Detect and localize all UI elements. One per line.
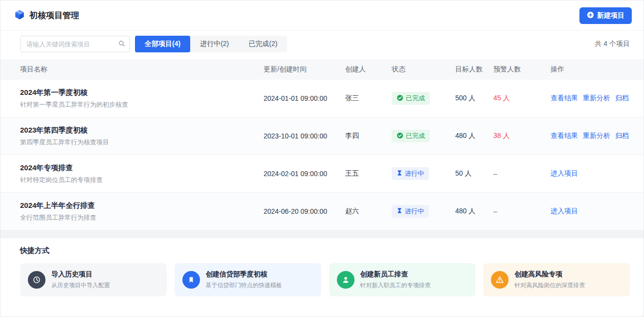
project-description: 针对特定岗位员工的专项排查 xyxy=(20,176,264,184)
quick-card-high-risk-special[interactable]: 创建高风险专项 针对高风险岗位的深度排查 xyxy=(483,263,630,296)
quick-card-new-employee-check[interactable]: 创建新员工排查 针对新入职员工的专项排查 xyxy=(329,263,476,296)
status-badge: 已完成 xyxy=(392,92,430,105)
target-count: 500 人 xyxy=(455,94,493,103)
tab-all-projects[interactable]: 全部项目(4) xyxy=(135,36,190,52)
table-row: 2024年上半年全行排查 全行范围员工异常行为排查 2024-06-20 09:… xyxy=(0,193,644,230)
row-actions: 进入项目 xyxy=(551,169,632,178)
history-clock-icon xyxy=(28,271,45,289)
table-body: 2024年第一季度初核 针对第一季度员工异常行为的初步核查 2024-01-01… xyxy=(0,80,644,230)
check-circle-icon xyxy=(397,94,403,103)
quick-card-title: 创建高风险专项 xyxy=(514,270,585,279)
table-row: 2024年专项排查 针对特定岗位员工的专项排查 2024-02-01 09:00… xyxy=(0,155,644,193)
project-time: 2024-01-01 09:00:00 xyxy=(264,94,345,102)
warning-count: – xyxy=(493,170,551,178)
row-actions: 查看结果 重新分析 归档 xyxy=(551,132,632,140)
table-header-row: 项目名称 更新/创建时间 创建人 状态 目标人数 预警人数 操作 xyxy=(0,59,644,80)
preliminary-project-management-page: 初核项目管理 新建项目 全部项目(4) 进行中(2) xyxy=(0,0,644,317)
new-project-button-label: 新建项目 xyxy=(597,11,624,20)
project-name: 2023年第四季度初核 xyxy=(20,126,264,135)
check-circle-icon xyxy=(397,132,403,140)
enter-project-link[interactable]: 进入项目 xyxy=(551,169,578,178)
project-creator: 李四 xyxy=(345,132,392,140)
col-target: 目标人数 xyxy=(455,65,493,74)
warning-triangle-icon xyxy=(491,271,509,289)
row-actions: 进入项目 xyxy=(551,207,632,216)
quick-card-title: 导入历史项目 xyxy=(51,270,110,279)
quick-card-import-history[interactable]: 导入历史项目 从历史项目中导入配置 xyxy=(20,263,167,296)
status-label: 已完成 xyxy=(406,132,425,140)
section-divider xyxy=(0,230,644,238)
hourglass-icon xyxy=(397,207,402,215)
quick-card-text: 创建高风险专项 针对高风险岗位的深度排查 xyxy=(514,270,585,290)
app-cube-icon xyxy=(14,9,25,22)
project-description: 第四季度员工异常行为核查项目 xyxy=(20,138,264,147)
quick-card-subtitle: 从历史项目中导入配置 xyxy=(51,281,110,290)
project-description: 针对第一季度员工异常行为的初步核查 xyxy=(20,100,264,109)
quick-card-text: 创建信贷部季度初核 基于信贷部门特点的快速模板 xyxy=(206,270,282,290)
status-label: 进行中 xyxy=(405,169,424,178)
title-wrap: 初核项目管理 xyxy=(14,9,79,22)
enter-project-link[interactable]: 进入项目 xyxy=(551,207,578,216)
new-project-button[interactable]: 新建项目 xyxy=(579,7,632,24)
quick-card-subtitle: 针对高风险岗位的深度排查 xyxy=(514,281,585,290)
archive-link[interactable]: 归档 xyxy=(615,94,629,103)
status-label: 已完成 xyxy=(406,94,425,103)
target-count: 50 人 xyxy=(455,169,493,178)
shortcuts-section: 快捷方式 导入历史项目 从历史项目中导入配置 xyxy=(0,238,644,306)
user-icon xyxy=(337,271,355,289)
project-name: 2024年上半年全行排查 xyxy=(20,201,264,210)
reanalyze-link[interactable]: 重新分析 xyxy=(583,94,610,103)
tab-in-progress[interactable]: 进行中(2) xyxy=(190,36,239,52)
col-creator: 创建人 xyxy=(345,65,392,74)
row-actions: 查看结果 重新分析 归档 xyxy=(551,94,632,103)
toolbar: 全部项目(4) 进行中(2) 已完成(2) 共 4 个项目 xyxy=(0,31,644,59)
project-name: 2024年专项排查 xyxy=(20,163,264,173)
quick-card-subtitle: 基于信贷部门特点的快速模板 xyxy=(206,281,282,290)
hourglass-icon xyxy=(397,170,402,178)
table-row: 2024年第一季度初核 针对第一季度员工异常行为的初步核查 2024-01-01… xyxy=(0,80,644,117)
project-creator: 赵六 xyxy=(345,207,392,216)
quick-card-title: 创建新员工排查 xyxy=(360,270,431,279)
bookmark-icon xyxy=(182,271,200,289)
quick-card-credit-dept-review[interactable]: 创建信贷部季度初核 基于信贷部门特点的快速模板 xyxy=(175,263,321,296)
warning-count: – xyxy=(493,207,551,215)
project-description: 全行范围员工异常行为排查 xyxy=(20,213,264,222)
tab-completed[interactable]: 已完成(2) xyxy=(239,36,287,52)
project-name: 2024年第一季度初核 xyxy=(20,88,264,97)
warning-count: 45 人 xyxy=(493,94,551,103)
project-time: 2024-02-01 09:00:00 xyxy=(264,170,345,178)
col-time: 更新/创建时间 xyxy=(264,65,345,74)
plus-circle-icon xyxy=(587,11,594,20)
project-creator: 张三 xyxy=(345,94,392,103)
page-title: 初核项目管理 xyxy=(29,10,79,21)
search-box xyxy=(20,36,130,52)
project-creator: 王五 xyxy=(345,169,392,178)
quick-card-subtitle: 针对新入职员工的专项排查 xyxy=(360,281,431,290)
page-header: 初核项目管理 新建项目 xyxy=(0,0,644,31)
view-results-link[interactable]: 查看结果 xyxy=(551,94,578,103)
table-row: 2023年第四季度初核 第四季度员工异常行为核查项目 2023-10-01 09… xyxy=(0,117,644,155)
filter-tabs: 全部项目(4) 进行中(2) 已完成(2) xyxy=(135,36,287,52)
project-time: 2024-06-20 09:00:00 xyxy=(264,207,345,215)
project-count: 共 4 个项目 xyxy=(595,40,630,48)
col-warning: 预警人数 xyxy=(493,65,551,74)
search-icon[interactable] xyxy=(118,40,126,49)
status-badge: 进行中 xyxy=(392,167,429,180)
search-input[interactable] xyxy=(20,36,130,52)
view-results-link[interactable]: 查看结果 xyxy=(551,132,578,140)
shortcuts-title: 快捷方式 xyxy=(20,246,630,255)
quick-card-text: 创建新员工排查 针对新入职员工的专项排查 xyxy=(360,270,431,290)
projects-table: 项目名称 更新/创建时间 创建人 状态 目标人数 预警人数 操作 2024年第一… xyxy=(0,59,644,230)
warning-count: 38 人 xyxy=(493,132,551,140)
col-status: 状态 xyxy=(392,65,455,74)
status-badge: 进行中 xyxy=(392,205,429,218)
archive-link[interactable]: 归档 xyxy=(615,132,629,140)
shortcut-cards: 导入历史项目 从历史项目中导入配置 创建信贷部季度初核 基于信贷部门特点的快速模… xyxy=(20,263,630,296)
target-count: 480 人 xyxy=(455,132,493,140)
reanalyze-link[interactable]: 重新分析 xyxy=(583,132,610,140)
quick-card-text: 导入历史项目 从历史项目中导入配置 xyxy=(51,270,110,290)
col-actions: 操作 xyxy=(551,65,632,74)
quick-card-title: 创建信贷部季度初核 xyxy=(206,270,282,279)
status-label: 进行中 xyxy=(405,207,424,216)
status-badge: 已完成 xyxy=(392,130,430,142)
